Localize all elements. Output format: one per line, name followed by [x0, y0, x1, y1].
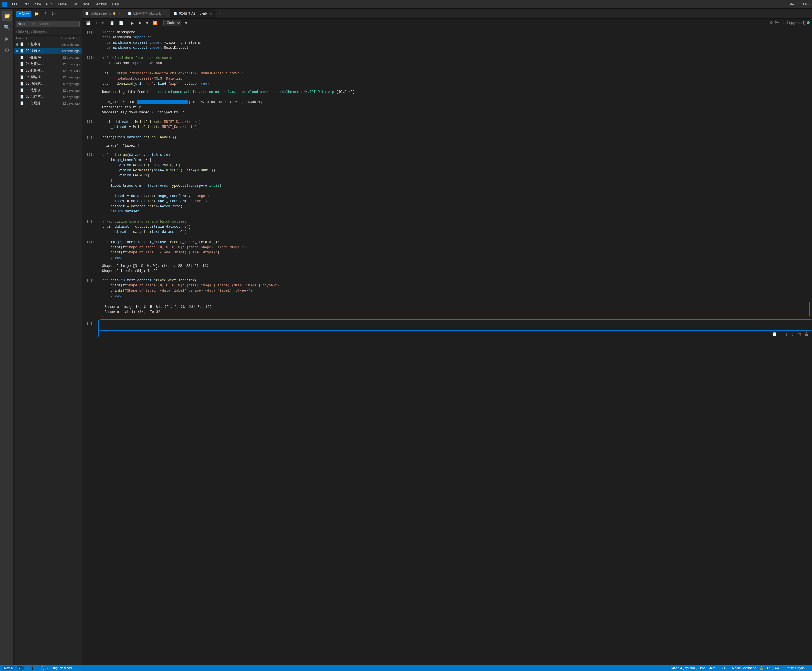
- file-item-1[interactable]: 📄 01-基本介... seconds ago: [14, 41, 82, 48]
- file-item-7[interactable]: 📄 07-函数式... 12 days ago: [14, 80, 82, 87]
- file-name: 05-数据变...: [26, 68, 52, 73]
- file-item-4[interactable]: 📄 04-数据集... 12 days ago: [14, 61, 82, 67]
- menu-run[interactable]: Run: [44, 2, 55, 7]
- menu-help[interactable]: Help: [110, 2, 121, 7]
- activity-explorer[interactable]: 📁: [2, 11, 12, 21]
- cut-button[interactable]: ✃: [101, 20, 107, 26]
- cell-input-7[interactable]: for image, label in test_dataset.create_…: [100, 238, 812, 262]
- cell-bar: [97, 133, 99, 149]
- file-list: 📄 01-基本介... seconds ago 📄 02-快速入... seco…: [14, 41, 82, 665]
- upload-button[interactable]: ⇧: [42, 10, 49, 17]
- menu-tabs[interactable]: Tabs: [80, 2, 92, 7]
- file-item-10[interactable]: 📄 10-使用静... 12 days ago: [14, 100, 82, 107]
- file-item-5[interactable]: 📄 05-数据变... 12 days ago: [14, 67, 82, 74]
- file-name: 07-函数式...: [26, 81, 52, 86]
- cell-gutter-8: [8]:: [82, 276, 96, 318]
- tab-close-button[interactable]: ×: [163, 11, 167, 16]
- search-input[interactable]: [22, 22, 78, 26]
- status-right: Python 3 (ipykernel) | Idle Mem: 1.00 GB…: [669, 666, 810, 670]
- file-name: 01-基本介...: [26, 42, 52, 47]
- run-button[interactable]: ▶: [130, 20, 136, 26]
- refresh-button[interactable]: ↻: [183, 20, 189, 26]
- status-toggle-switch[interactable]: ●: [17, 666, 24, 670]
- cell-bar: [97, 218, 99, 236]
- menu-settings[interactable]: Settings: [92, 2, 109, 7]
- file-date: 12 days ago: [54, 69, 80, 72]
- file-item-6[interactable]: 📄 06-网络构... 12 days ago: [14, 74, 82, 80]
- file-date: seconds ago: [54, 43, 80, 46]
- cell-gutter-5: [5]:: [82, 150, 96, 216]
- file-item-9[interactable]: 📄 09-保存与... 12 days ago: [14, 94, 82, 100]
- restart-run-all-button[interactable]: ⏩: [151, 20, 159, 26]
- scroll-up-button[interactable]: ↑: [779, 331, 783, 337]
- menu-file[interactable]: File: [10, 2, 20, 7]
- cell-input-3[interactable]: train_dataset = MnistDataset('MNIST_Data…: [100, 118, 812, 132]
- cell-bar: [97, 276, 99, 318]
- cell-output-2: Downloading data from https://mindspore-…: [100, 89, 812, 116]
- menu-git[interactable]: Git: [70, 2, 79, 7]
- file-item-8[interactable]: 📄 08-模型训... 12 days ago: [14, 87, 82, 94]
- clear-output-button[interactable]: ◻: [797, 331, 802, 337]
- paste-button[interactable]: 📄: [117, 20, 125, 26]
- tab-quickstart[interactable]: 📄 02-快速入门.ipynb ×: [171, 9, 216, 19]
- file-name: 10-使用静...: [26, 101, 52, 106]
- file-item-2[interactable]: 📄 02-快速入... seconds ago: [14, 48, 82, 54]
- refresh-button[interactable]: ↻: [50, 10, 57, 17]
- tab-label: 01-基本介绍.ipynb: [133, 11, 161, 16]
- cell-gutter-2: [2]:: [82, 54, 96, 116]
- cell-gutter-3: [3]:: [82, 118, 96, 132]
- notebook-icon: 📄: [20, 62, 24, 66]
- cell-input-2[interactable]: # Download data from open datasets from …: [100, 54, 812, 89]
- cell-input-empty[interactable]: [100, 319, 812, 330]
- sidebar-toolbar: + New 📁 ⇧ ↻: [14, 9, 82, 19]
- interrupt-button[interactable]: ■: [137, 20, 143, 26]
- tab-close-button[interactable]: ×: [117, 11, 122, 16]
- simple-mode-label[interactable]: Simple: [2, 666, 15, 670]
- cell-type-select[interactable]: Code: [164, 20, 181, 26]
- add-cell-button[interactable]: +: [94, 20, 99, 26]
- cell-input-5[interactable]: def datapipe(dataset, batch_size): image…: [100, 150, 812, 216]
- file-name: 06-网络构...: [26, 75, 52, 80]
- cell-input-8[interactable]: for data in test_dataset.create_dict_ite…: [100, 276, 812, 300]
- kernel-status: Python 3 (ipykernel) | Idle: [669, 666, 705, 669]
- menu-kernel[interactable]: Kernel: [55, 2, 70, 7]
- delete-cell-button[interactable]: 🗑: [803, 331, 810, 337]
- cell-content-8: for data in test_dataset.create_dict_ite…: [100, 276, 812, 318]
- scroll-down-button[interactable]: ↓: [784, 331, 789, 337]
- column-name[interactable]: Name ▲: [16, 36, 54, 40]
- search-box: 🔍: [16, 21, 80, 27]
- notebook-icon: 📄: [20, 82, 24, 85]
- save-button[interactable]: 💾: [84, 20, 92, 26]
- cell-input-1[interactable]: import mindspore from mindspore import n…: [100, 28, 812, 53]
- copy-output-button[interactable]: 📋: [771, 331, 778, 337]
- notebook-icon: 📄: [20, 95, 24, 99]
- menu-bar: File Edit View Run Kernel Git Tabs Setti…: [10, 2, 121, 7]
- notebook-icon: 📄: [20, 102, 24, 105]
- cell-4: [4]: print(train_dataset.get_col_names()…: [82, 132, 812, 150]
- cell-bar: [97, 151, 99, 216]
- cell-output-4: ['image', 'label']: [100, 142, 812, 149]
- new-file-button[interactable]: + New: [16, 10, 31, 17]
- cell-input-4[interactable]: print(train_dataset.get_col_names()): [100, 133, 812, 142]
- copy-button[interactable]: 📋: [108, 20, 116, 26]
- new-tab-button[interactable]: +: [216, 9, 223, 19]
- activity-search[interactable]: 🔍: [2, 22, 12, 32]
- kernel-settings-icon[interactable]: ⚙: [770, 21, 773, 25]
- menu-edit[interactable]: Edit: [20, 2, 31, 7]
- tab-close-button[interactable]: ×: [208, 11, 213, 16]
- restart-button[interactable]: ↻: [143, 20, 150, 26]
- cell-input-6[interactable]: # Map vision transforms and batch datase…: [100, 217, 812, 237]
- tab-basics[interactable]: 📄 01-基本介绍.ipynb ×: [125, 9, 171, 19]
- file-item-3[interactable]: 📄 03-张量Te... 12 days ago: [14, 54, 82, 61]
- activity-extensions[interactable]: ⚙: [2, 45, 12, 55]
- menu-view[interactable]: View: [31, 2, 43, 7]
- tab-untitled[interactable]: 📄 Untitled.ipynb ×: [82, 9, 125, 19]
- cell-8: [8]: for data in test_dataset.create_dic…: [82, 275, 812, 318]
- open-folder-button[interactable]: 📁: [32, 10, 41, 17]
- toolbar-separator: [127, 20, 128, 26]
- status-left: Simple ● 0 📳 3 ◯ ✓ Fully initialized: [2, 666, 72, 670]
- download-output-button[interactable]: ⇩: [790, 331, 795, 337]
- tab-modified-dot: [113, 12, 116, 15]
- activity-run[interactable]: ▶: [2, 34, 12, 44]
- cell-gutter-1: [1]:: [82, 28, 96, 53]
